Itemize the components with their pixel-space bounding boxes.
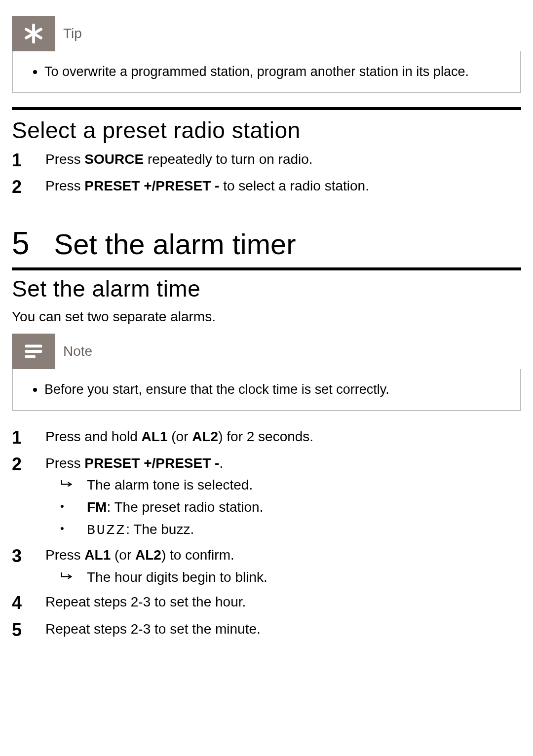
tip-header: Tip [12, 16, 521, 51]
step-text: Repeat steps 2-3 to set the minute. [45, 617, 521, 643]
svg-rect-4 [25, 350, 42, 353]
step-text: Press SOURCE repeatedly to turn on radio… [45, 148, 521, 173]
chapter-number: 5 [12, 225, 30, 262]
step: 2 Press PRESET +/PRESET - to select a ra… [12, 174, 521, 200]
step-number: 4 [12, 590, 27, 616]
svg-rect-3 [25, 344, 42, 347]
step-number: 3 [12, 543, 27, 589]
alarm-steps: 1 Press and hold AL1 (or AL2) for 2 seco… [12, 425, 521, 643]
chapter-title: Set the alarm timer [54, 227, 296, 261]
section-intro: You can set two separate alarms. [12, 309, 521, 325]
step: 2 Press PRESET +/PRESET -. The alarm ton… [12, 452, 521, 542]
step-text: Press AL1 (or AL2) to confirm. The hour … [45, 543, 521, 589]
asterisk-icon [12, 16, 55, 51]
step: 5 Repeat steps 2-3 to set the minute. [12, 617, 521, 643]
step: 1 Press SOURCE repeatedly to turn on rad… [12, 148, 521, 173]
seven-segment-text: BUZZ [87, 523, 126, 538]
step-text: Press and hold AL1 (or AL2) for 2 second… [45, 425, 521, 451]
svg-rect-5 [25, 355, 36, 358]
step-number: 1 [12, 148, 27, 173]
tip-callout: Tip To overwrite a programmed station, p… [12, 16, 521, 93]
step: 4 Repeat steps 2-3 to set the hour. [12, 590, 521, 616]
bullet-icon: • [60, 497, 74, 518]
step-text: Press PRESET +/PRESET -. The alarm tone … [45, 452, 521, 542]
note-callout: Note Before you start, ensure that the c… [12, 334, 521, 411]
divider [12, 107, 521, 110]
option-line: • FM: The preset radio station. [60, 497, 521, 518]
step-number: 2 [12, 452, 27, 542]
tip-label: Tip [55, 26, 82, 41]
tip-item: To overwrite a programmed station, progr… [44, 62, 505, 81]
tip-body: To overwrite a programmed station, progr… [12, 51, 521, 93]
section-heading-preset: Select a preset radio station [12, 117, 521, 144]
note-header: Note [12, 334, 521, 369]
step-number: 1 [12, 425, 27, 451]
step: 1 Press and hold AL1 (or AL2) for 2 seco… [12, 425, 521, 451]
option-line: • BUZZ: The buzz. [60, 520, 521, 541]
step-number: 5 [12, 617, 27, 643]
section-heading-alarm: Set the alarm time [12, 275, 521, 302]
step: 3 Press AL1 (or AL2) to confirm. The hou… [12, 543, 521, 589]
step-number: 2 [12, 174, 27, 200]
note-item: Before you start, ensure that the clock … [44, 380, 505, 399]
note-body: Before you start, ensure that the clock … [12, 369, 521, 411]
bullet-icon: • [60, 520, 74, 541]
note-label: Note [55, 343, 92, 359]
chapter-heading: 5 Set the alarm timer [12, 218, 521, 270]
preset-steps: 1 Press SOURCE repeatedly to turn on rad… [12, 148, 521, 200]
result-line: The alarm tone is selected. [60, 475, 521, 495]
arrow-icon [60, 567, 74, 588]
arrow-icon [60, 475, 74, 495]
step-text: Press PRESET +/PRESET - to select a radi… [45, 174, 521, 200]
step-text: Repeat steps 2-3 to set the hour. [45, 590, 521, 616]
result-line: The hour digits begin to blink. [60, 567, 521, 588]
note-icon [12, 334, 55, 369]
